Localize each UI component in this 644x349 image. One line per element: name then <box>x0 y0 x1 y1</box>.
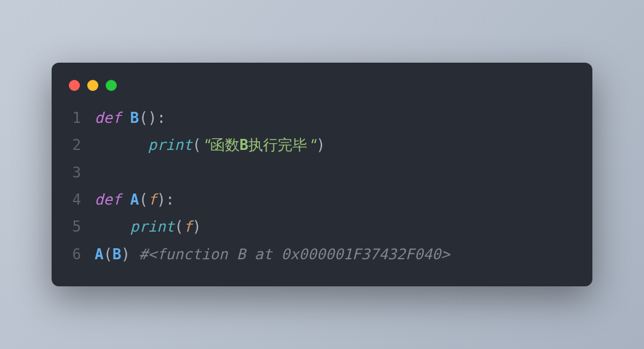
window-titlebar <box>52 77 592 104</box>
code-content: print(f) <box>95 213 201 240</box>
builtin-token: print <box>148 136 192 154</box>
punctuation-token: ) <box>192 218 201 235</box>
line-number: 3 <box>69 159 95 186</box>
code-content: A(B) #<function B at 0x000001F37432F040> <box>95 241 450 268</box>
code-line: 3 <box>69 159 575 186</box>
punctuation-token: ( <box>139 191 147 208</box>
string-token: " <box>307 136 316 154</box>
parameter-token: f <box>184 218 192 235</box>
code-line: 6 A(B) #<function B at 0x000001F37432F04… <box>69 241 575 268</box>
keyword-token: def <box>95 191 121 208</box>
string-token: " <box>201 136 210 154</box>
argument-token: B <box>112 246 121 263</box>
minimize-icon[interactable] <box>87 80 98 91</box>
code-content: def B(): <box>95 104 166 131</box>
close-icon[interactable] <box>69 80 80 91</box>
code-line: 1 def B(): <box>69 104 575 131</box>
line-number: 6 <box>69 241 95 268</box>
punctuation-token: ( <box>175 218 183 235</box>
function-name-token: B <box>130 109 139 127</box>
code-editor[interactable]: 1 def B(): 2 print("函数B执行完毕") 3 4 def A(… <box>52 104 592 268</box>
string-token: 执行完毕 <box>248 136 307 154</box>
code-line: 5 print(f) <box>69 213 575 240</box>
code-line: 4 def A(f): <box>69 186 575 213</box>
line-number: 2 <box>69 131 95 159</box>
code-line: 2 print("函数B执行完毕") <box>69 131 575 159</box>
keyword-token: def <box>95 109 121 127</box>
code-content: def A(f): <box>95 186 175 213</box>
line-number: 1 <box>69 104 95 131</box>
punctuation-token: ): <box>157 191 175 208</box>
builtin-token: print <box>130 218 175 235</box>
string-token: 函数 <box>210 136 240 154</box>
punctuation-token: (): <box>139 109 165 127</box>
punctuation-token: ) <box>316 136 325 154</box>
parameter-token: f <box>148 191 157 208</box>
line-number: 5 <box>69 213 95 240</box>
punctuation-token: ) <box>121 246 130 263</box>
string-token: B <box>240 136 248 154</box>
code-window: 1 def B(): 2 print("函数B执行完毕") 3 4 def A(… <box>52 63 592 286</box>
punctuation-token: ( <box>103 246 112 263</box>
maximize-icon[interactable] <box>106 80 117 91</box>
comment-token: #<function B at 0x000001F37432F040> <box>139 246 450 263</box>
punctuation-token: ( <box>192 136 201 154</box>
function-name-token: A <box>130 191 139 208</box>
function-call-token: A <box>95 246 103 263</box>
line-number: 4 <box>69 186 95 213</box>
code-content: print("函数B执行完毕") <box>95 131 325 159</box>
